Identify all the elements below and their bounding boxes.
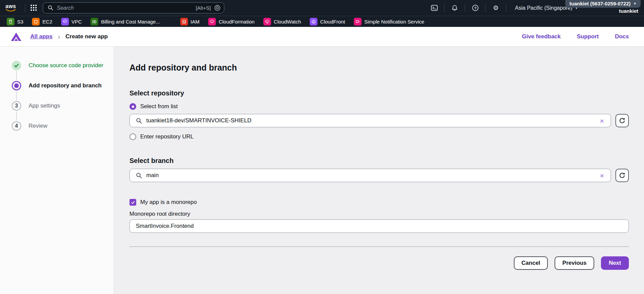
search-icon bbox=[48, 5, 53, 11]
search-icon bbox=[136, 172, 142, 179]
wizard-actions: Cancel Previous Next bbox=[129, 256, 629, 270]
topbar-divider bbox=[25, 4, 25, 12]
refresh-icon bbox=[619, 172, 626, 179]
favorite-sns[interactable]: Simple Notification Service bbox=[354, 18, 424, 26]
wizard-steps-sidebar: Choose source code provider Add reposito… bbox=[0, 47, 114, 294]
favorite-iam[interactable]: IAM bbox=[180, 18, 200, 26]
radio-unselected-icon bbox=[129, 133, 136, 140]
docs-link[interactable]: Docs bbox=[615, 33, 629, 40]
amplify-logo-icon bbox=[10, 32, 22, 42]
page-title: Add repository and branch bbox=[129, 63, 629, 73]
breadcrumb-current-page: Create new app bbox=[66, 33, 108, 40]
billing-icon bbox=[90, 18, 98, 26]
clear-repository-icon[interactable]: × bbox=[599, 117, 605, 124]
cloudshell-icon[interactable] bbox=[428, 3, 440, 13]
step-app-settings: 3 App settings bbox=[12, 101, 113, 111]
favorite-cloudfront[interactable]: CloudFront bbox=[310, 18, 345, 26]
content-area: Choose source code provider Add reposito… bbox=[0, 47, 644, 294]
ec2-icon bbox=[32, 18, 40, 26]
radio-select-from-list[interactable]: Select from list bbox=[129, 103, 178, 110]
step-add-repository-branch: Add repository and branch bbox=[12, 81, 113, 90]
s3-icon bbox=[7, 18, 14, 26]
form-divider bbox=[129, 246, 629, 247]
favorite-cloudwatch[interactable]: CloudWatch bbox=[263, 18, 301, 26]
account-label: tuankiet (5637-0259-0722) bbox=[569, 1, 631, 6]
monorepo-checkbox-row[interactable]: My app is a monorepo bbox=[129, 199, 197, 206]
refresh-repositories-button[interactable] bbox=[615, 114, 629, 127]
branch-search-input[interactable]: main × bbox=[129, 169, 611, 182]
radio-enter-repository-url[interactable]: Enter repository URL bbox=[129, 133, 194, 140]
amplify-page-header: All apps › Create new app Give feedback … bbox=[0, 27, 644, 47]
cancel-button[interactable]: Cancel bbox=[514, 256, 548, 270]
breadcrumb-all-apps-link[interactable]: All apps bbox=[30, 33, 52, 40]
step-choose-source-provider[interactable]: Choose source code provider bbox=[12, 61, 113, 70]
cloudfront-icon bbox=[310, 18, 317, 26]
step-connector bbox=[16, 71, 17, 80]
select-branch-heading: Select branch bbox=[129, 157, 629, 165]
help-icon[interactable]: ? bbox=[469, 3, 481, 13]
topbar-divider bbox=[485, 4, 486, 12]
aws-top-nav: aws Search [Alt+S] bbox=[0, 0, 644, 16]
chevron-down-icon: ▼ bbox=[633, 2, 637, 5]
step-number-badge: 3 bbox=[12, 101, 21, 111]
radio-label: Select from list bbox=[140, 103, 178, 110]
radio-label: Enter repository URL bbox=[140, 133, 194, 140]
select-repository-heading: Select repository bbox=[129, 89, 629, 97]
aws-wordmark: aws bbox=[5, 4, 16, 9]
refresh-branches-button[interactable] bbox=[615, 169, 629, 182]
step-review: 4 Review bbox=[12, 121, 113, 131]
aws-logo[interactable]: aws bbox=[5, 4, 16, 12]
vpc-icon bbox=[61, 18, 69, 26]
notifications-bell-icon[interactable] bbox=[449, 3, 461, 13]
topbar-divider bbox=[444, 4, 445, 12]
monorepo-root-directory-label: Monorepo root directory bbox=[129, 211, 629, 217]
repository-search-input[interactable]: tuankiet18-dev/SMARTINVOICE-SHIELD × bbox=[129, 114, 611, 127]
radio-selected-icon bbox=[129, 103, 136, 110]
search-input[interactable]: Search [Alt+S] bbox=[43, 2, 224, 13]
search-shortcut-hint: [Alt+S] bbox=[196, 5, 211, 11]
favorite-ec2[interactable]: EC2 bbox=[32, 18, 52, 26]
cloudwatch-icon bbox=[263, 18, 271, 26]
step-connector bbox=[16, 111, 17, 121]
monorepo-directory-value: SmartInvoice.Frontend bbox=[136, 223, 623, 229]
add-repository-form: Add repository and branch Select reposit… bbox=[114, 47, 644, 294]
services-grid-icon[interactable] bbox=[29, 3, 39, 13]
repository-value: tuankiet18-dev/SMARTINVOICE-SHIELD bbox=[146, 117, 599, 124]
topbar-divider bbox=[465, 4, 465, 12]
favorites-bar: S3 EC2 VPC Billing and Cost Manage... IA… bbox=[0, 16, 644, 27]
favorite-billing[interactable]: Billing and Cost Manage... bbox=[90, 18, 160, 26]
favorite-s3[interactable]: S3 bbox=[7, 18, 23, 26]
monorepo-checkbox-label: My app is a monorepo bbox=[140, 199, 197, 206]
branch-input-row: main × bbox=[129, 169, 629, 182]
settings-gear-icon[interactable]: ⚙ bbox=[490, 3, 502, 13]
favorite-vpc[interactable]: VPC bbox=[61, 18, 82, 26]
search-shortcut-icon bbox=[214, 5, 221, 11]
repository-input-row: tuankiet18-dev/SMARTINVOICE-SHIELD × bbox=[129, 114, 629, 127]
sns-icon bbox=[354, 18, 362, 26]
monorepo-directory-input[interactable]: SmartInvoice.Frontend bbox=[129, 219, 629, 233]
header-links: Give feedback Support Docs bbox=[522, 33, 629, 40]
topbar-divider bbox=[506, 4, 506, 12]
step-complete-check-icon bbox=[12, 61, 21, 70]
step-connector bbox=[16, 91, 17, 100]
iam-icon bbox=[180, 18, 188, 26]
give-feedback-link[interactable]: Give feedback bbox=[522, 33, 561, 40]
branch-value: main bbox=[146, 172, 599, 179]
search-icon bbox=[136, 118, 142, 124]
support-link[interactable]: Support bbox=[577, 33, 599, 40]
svg-text:?: ? bbox=[474, 6, 477, 10]
account-menu-button[interactable]: tuankiet (5637-0259-0722) ▼ bbox=[565, 0, 641, 8]
account-name-text: tuankiet bbox=[619, 8, 638, 14]
cloudformation-icon bbox=[208, 18, 216, 26]
topbar-utilities: ? ⚙ Asia Pacific (Singapore) ▼ bbox=[428, 3, 580, 13]
next-button[interactable]: Next bbox=[601, 256, 629, 270]
search-placeholder: Search bbox=[57, 5, 192, 11]
step-current-icon bbox=[12, 81, 21, 90]
clear-branch-icon[interactable]: × bbox=[599, 172, 605, 179]
previous-button[interactable]: Previous bbox=[555, 256, 594, 270]
region-label: Asia Pacific (Singapore) bbox=[515, 5, 572, 11]
favorite-cloudformation[interactable]: CloudFormation bbox=[208, 18, 255, 26]
refresh-icon bbox=[619, 117, 626, 124]
breadcrumb-separator-icon: › bbox=[58, 33, 60, 41]
aws-smile-icon bbox=[6, 9, 16, 12]
